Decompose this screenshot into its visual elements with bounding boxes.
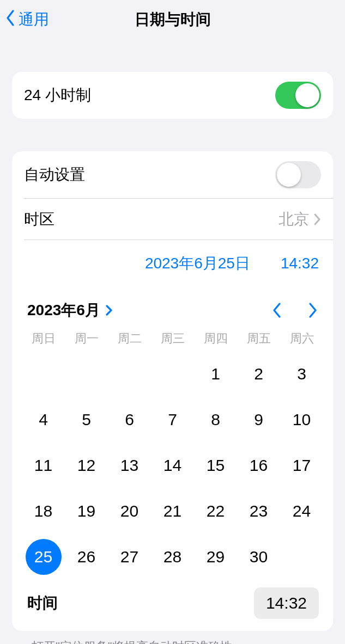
calendar-day[interactable]: 14 [155,447,191,483]
weekday-label: 周一 [65,330,108,347]
calendar-day[interactable]: 2 [241,356,277,392]
time-picker-button[interactable]: 14:32 [254,587,319,619]
calendar-month-button[interactable]: 2023年6月 [27,300,113,321]
calendar-day[interactable]: 25 [26,539,62,575]
calendar-day[interactable]: 18 [26,493,62,529]
calendar-day[interactable]: 20 [112,493,148,529]
calendar-day[interactable]: 1 [198,356,234,392]
calendar-day[interactable]: 3 [284,356,320,392]
weekday-label: 周六 [280,330,323,347]
row-auto-set: 自动设置 [12,151,333,198]
calendar-day[interactable]: 24 [284,493,320,529]
weekday-label: 周日 [22,330,65,347]
calendar-next-button[interactable] [307,302,319,319]
calendar-day[interactable]: 19 [69,493,105,529]
back-label: 通用 [19,9,49,30]
weekday-label: 周四 [194,330,237,347]
selected-date-button[interactable]: 2023年6月25日 [145,253,250,274]
calendar-day[interactable]: 22 [198,493,234,529]
calendar-prev-button[interactable] [271,302,283,319]
weekday-label: 周二 [108,330,151,347]
calendar-day[interactable]: 9 [241,402,277,438]
calendar-day[interactable]: 10 [284,402,320,438]
toggle-24h[interactable] [275,82,321,109]
label-timezone: 时区 [24,209,55,230]
weekday-label: 周五 [237,330,280,347]
calendar-day[interactable]: 27 [112,539,148,575]
calendar-day[interactable]: 11 [26,447,62,483]
label-auto-set: 自动设置 [24,164,85,185]
calendar-day[interactable]: 4 [26,402,62,438]
label-24h: 24 小时制 [24,85,91,106]
calendar-day[interactable]: 26 [69,539,105,575]
calendar-day[interactable]: 6 [112,402,148,438]
selected-time-button[interactable]: 14:32 [281,255,319,272]
calendar-day[interactable]: 28 [155,539,191,575]
calendar-day[interactable]: 29 [198,539,234,575]
time-label: 时间 [27,593,58,614]
calendar-day[interactable]: 5 [69,402,105,438]
calendar-day[interactable]: 7 [155,402,191,438]
calendar-day[interactable]: 15 [198,447,234,483]
chevron-right-icon [105,304,113,317]
calendar-day[interactable]: 8 [198,402,234,438]
calendar-day[interactable]: 16 [241,447,277,483]
calendar-day[interactable]: 12 [69,447,105,483]
row-24h: 24 小时制 [12,72,333,119]
back-button[interactable]: 通用 [4,9,49,31]
calendar-month-label: 2023年6月 [27,300,100,321]
weekday-label: 周三 [151,330,194,347]
calendar-day[interactable]: 21 [155,493,191,529]
calendar-day[interactable]: 13 [112,447,148,483]
value-timezone: 北京 [279,209,309,230]
chevron-left-icon [4,9,16,31]
chevron-right-icon [313,213,321,226]
footnote: 打开"定位服务"将提高自动时区准确性。 [12,631,333,644]
page-title: 日期与时间 [0,9,345,30]
calendar-day[interactable]: 23 [241,493,277,529]
toggle-auto-set[interactable] [275,161,321,188]
row-timezone[interactable]: 时区 北京 [24,198,333,240]
calendar-day[interactable]: 17 [284,447,320,483]
calendar-day[interactable]: 30 [241,539,277,575]
